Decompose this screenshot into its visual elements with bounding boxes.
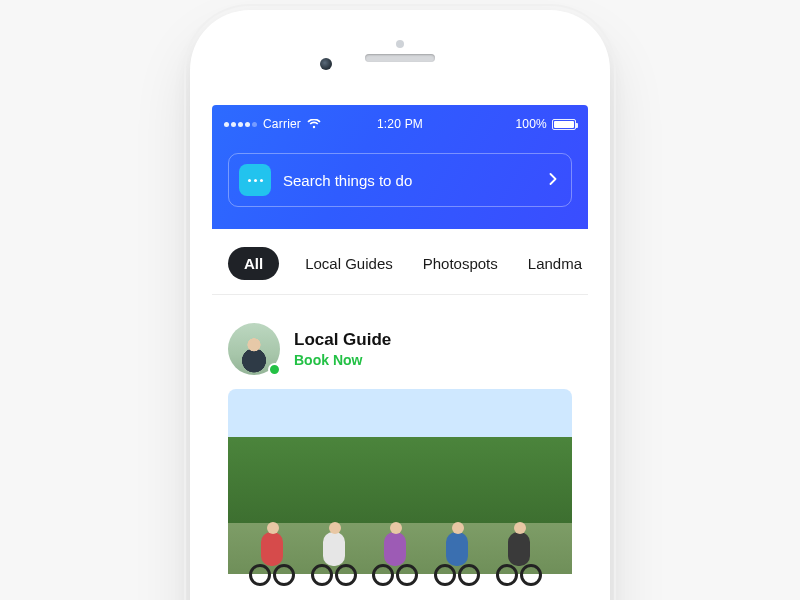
card-title: Local Guide: [294, 330, 391, 350]
tab-local-guides[interactable]: Local Guides: [301, 247, 397, 280]
card-hero-image[interactable]: [228, 389, 572, 600]
illustration-person: [249, 516, 295, 586]
activity-card[interactable]: Local Guide Book Now: [212, 295, 588, 600]
card-title-group: Local Guide Book Now: [294, 330, 391, 368]
search-category-icon: [239, 164, 271, 196]
wifi-icon: [307, 119, 321, 129]
card-header: Local Guide Book Now: [228, 323, 572, 375]
battery-percentage: 100%: [516, 117, 548, 131]
front-camera: [320, 58, 332, 70]
category-tabs: All Local Guides Photospots Landma: [212, 229, 588, 294]
earpiece-speaker: [365, 54, 435, 62]
tab-photospots[interactable]: Photospots: [419, 247, 502, 280]
illustration-person: [311, 516, 357, 586]
clock: 1:20 PM: [377, 117, 423, 131]
search-box[interactable]: Search things to do: [228, 153, 572, 207]
tab-all[interactable]: All: [228, 247, 279, 280]
signal-strength-icon: [224, 122, 257, 127]
content-area: All Local Guides Photospots Landma Local…: [212, 229, 588, 600]
app-header: Carrier 1:20 PM 100% Search things to do: [212, 105, 588, 229]
status-bar: Carrier 1:20 PM 100%: [212, 113, 588, 135]
tab-landmarks[interactable]: Landma: [524, 247, 586, 280]
book-now-link[interactable]: Book Now: [294, 352, 391, 368]
illustration-person: [372, 516, 418, 586]
screen: Carrier 1:20 PM 100% Search things to do: [212, 105, 588, 600]
search-placeholder: Search things to do: [283, 172, 537, 189]
status-bar-right: 100%: [516, 113, 577, 135]
status-bar-left: Carrier: [224, 113, 321, 135]
guide-avatar[interactable]: [228, 323, 280, 375]
phone-frame: Carrier 1:20 PM 100% Search things to do: [190, 10, 610, 600]
illustration-person: [434, 516, 480, 586]
chevron-right-icon: [549, 171, 557, 189]
presence-indicator-icon: [268, 363, 281, 376]
carrier-label: Carrier: [263, 117, 301, 131]
proximity-sensor: [396, 40, 404, 48]
battery-icon: [552, 119, 576, 130]
illustration-person: [496, 516, 542, 586]
